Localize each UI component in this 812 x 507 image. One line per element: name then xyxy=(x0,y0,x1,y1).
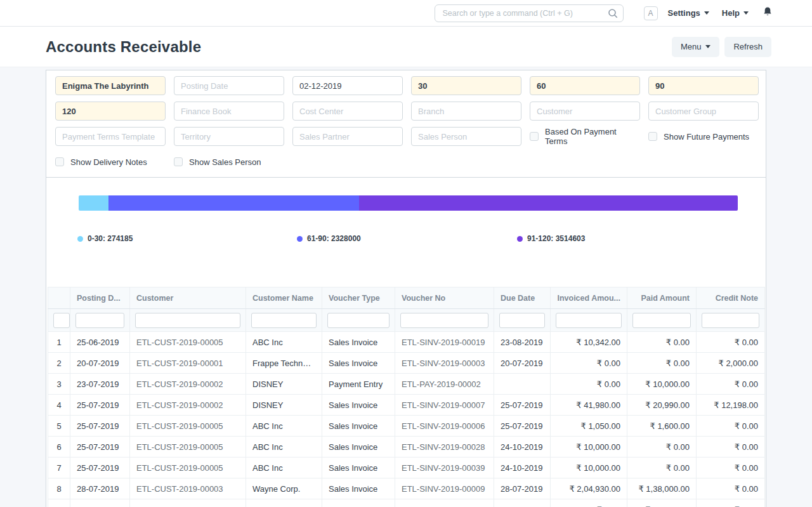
customer-filter-input[interactable] xyxy=(530,102,640,121)
show-sales-person-checkbox[interactable] xyxy=(174,157,183,166)
help-menu[interactable]: Help xyxy=(722,8,749,18)
company-filter-input[interactable] xyxy=(55,76,166,95)
ageing-range-2-filter-input[interactable] xyxy=(530,76,640,95)
col-voucher-no-cell[interactable]: ETL-PAY-2019-00001 xyxy=(395,499,494,507)
ageing-range-1-filter-input[interactable] xyxy=(411,76,521,95)
legend-item-61-90: 61-90: 2328000 xyxy=(297,234,361,243)
col-voucher-type-header[interactable]: Voucher Type xyxy=(322,287,395,309)
col-voucher-type-column-filter[interactable] xyxy=(327,313,390,328)
col-customer-name-cell: ABC Inc xyxy=(246,437,322,458)
col-voucher-no-cell[interactable]: ETL-SINV-2019-00019 xyxy=(395,332,494,353)
col-voucher-type-filter-cell xyxy=(322,309,395,332)
payment-terms-template-filter-input[interactable] xyxy=(55,127,166,146)
table-row[interactable]: 525-07-2019ETL-CUST-2019-00005ABC IncSal… xyxy=(48,416,765,437)
col-customer-cell[interactable]: ETL-CUST-2019-00003 xyxy=(130,478,246,499)
col-voucher-no-header[interactable]: Voucher No xyxy=(395,287,494,309)
col-invoiced-amount-cell: ₹ 10,000.00 xyxy=(551,458,627,478)
show-future-payments-checkbox[interactable] xyxy=(648,132,657,141)
menu-button[interactable]: Menu xyxy=(672,37,720,57)
chart-legend: 0-30: 27418561-90: 232800091-120: 351460… xyxy=(46,234,766,244)
col-voucher-type-cell: Sales Invoice xyxy=(322,353,395,374)
col-paid-amount-cell: ₹ 0.00 xyxy=(627,332,697,353)
top-navbar: A Settings Help xyxy=(0,0,812,27)
col-customer-name-column-filter[interactable] xyxy=(251,313,317,328)
settings-menu[interactable]: Settings xyxy=(668,8,709,18)
col-invoiced-amount-header[interactable]: Invoiced Amou... xyxy=(551,287,627,309)
col-posting-date-column-filter[interactable] xyxy=(75,313,124,328)
ageing-range-4-filter-input[interactable] xyxy=(55,102,166,121)
col-due-date-header[interactable]: Due Date xyxy=(494,287,551,309)
search-icon[interactable] xyxy=(608,8,618,21)
col-paid-amount-header[interactable]: Paid Amount xyxy=(627,287,697,309)
legend-dot-icon xyxy=(297,236,303,242)
bar-segment-91-120[interactable] xyxy=(359,195,738,211)
col-invoiced-amount-cell: ₹ 41,980.00 xyxy=(551,395,627,416)
col-customer-cell[interactable]: ETL-CUST-2019-00005 xyxy=(130,458,246,478)
col-posting-date-cell: 28-07-2019 xyxy=(70,499,130,507)
col-voucher-no-cell[interactable]: ETL-SINV-2019-00003 xyxy=(395,353,494,374)
col-credit-note-cell: ₹ 0.00 xyxy=(697,332,765,353)
table-row[interactable]: 928-07-2019ETL-CUST-2019-00003Wayne Corp… xyxy=(48,499,765,507)
col-posting-date-cell: 25-07-2019 xyxy=(70,437,130,458)
col-rownum-column-filter[interactable] xyxy=(53,313,70,328)
show-delivery-notes-checkbox[interactable] xyxy=(55,157,64,166)
ageing-range-3-filter-input[interactable] xyxy=(648,76,759,95)
col-posting-date-header[interactable]: Posting D... xyxy=(70,287,130,309)
based-on-payment-terms-checkbox-field: Based On Payment Terms xyxy=(530,127,640,146)
col-customer-cell[interactable]: ETL-CUST-2019-00002 xyxy=(130,374,246,395)
territory-filter-input[interactable] xyxy=(174,127,284,146)
col-invoiced-amount-column-filter[interactable] xyxy=(556,313,622,328)
table-header-row: Posting D...CustomerCustomer NameVoucher… xyxy=(48,287,765,309)
bar-segment-0-30[interactable] xyxy=(79,195,108,211)
table-row[interactable]: 323-07-2019ETL-CUST-2019-00002DISNEYPaym… xyxy=(48,374,765,395)
col-voucher-no-column-filter[interactable] xyxy=(400,313,488,328)
col-customer-column-filter[interactable] xyxy=(135,313,240,328)
col-paid-amount-column-filter[interactable] xyxy=(632,313,691,328)
table-row[interactable]: 220-07-2019ETL-CUST-2019-00001Frappe Tec… xyxy=(48,353,765,374)
branch-filter-input[interactable] xyxy=(411,102,521,121)
table-row[interactable]: 828-07-2019ETL-CUST-2019-00003Wayne Corp… xyxy=(48,478,765,499)
col-posting-date-cell: 25-06-2019 xyxy=(70,332,130,353)
col-rownum-header[interactable] xyxy=(48,287,70,309)
table-row[interactable]: 625-07-2019ETL-CUST-2019-00005ABC IncSal… xyxy=(48,437,765,458)
col-voucher-type-cell: Sales Invoice xyxy=(322,437,395,458)
notifications-bell-icon[interactable] xyxy=(763,6,773,20)
global-search xyxy=(435,4,624,22)
col-credit-note-column-filter[interactable] xyxy=(702,313,759,328)
sales-person-filter-input[interactable] xyxy=(411,127,521,146)
table-row[interactable]: 725-07-2019ETL-CUST-2019-00005ABC IncSal… xyxy=(48,458,765,478)
col-due-date-column-filter[interactable] xyxy=(499,313,545,328)
col-voucher-no-cell[interactable]: ETL-SINV-2019-00006 xyxy=(395,416,494,437)
col-voucher-no-cell[interactable]: ETL-SINV-2019-00039 xyxy=(395,458,494,478)
col-due-date-cell: 20-07-2019 xyxy=(494,353,551,374)
col-customer-cell[interactable]: ETL-CUST-2019-00003 xyxy=(130,499,246,507)
avatar[interactable]: A xyxy=(644,6,658,20)
col-voucher-no-cell[interactable]: ETL-SINV-2019-00028 xyxy=(395,437,494,458)
col-customer-cell[interactable]: ETL-CUST-2019-00005 xyxy=(130,437,246,458)
col-customer-cell[interactable]: ETL-CUST-2019-00001 xyxy=(130,353,246,374)
col-customer-header[interactable]: Customer xyxy=(130,287,246,309)
cost-center-filter-input[interactable] xyxy=(292,102,403,121)
col-voucher-no-cell[interactable]: ETL-SINV-2019-00009 xyxy=(395,478,494,499)
based-on-payment-terms-checkbox[interactable] xyxy=(530,132,539,141)
table-row[interactable]: 125-06-2019ETL-CUST-2019-00005ABC IncSal… xyxy=(48,332,765,353)
col-customer-cell[interactable]: ETL-CUST-2019-00005 xyxy=(130,416,246,437)
table-row[interactable]: 425-07-2019ETL-CUST-2019-00002DISNEYSale… xyxy=(48,395,765,416)
sales-partner-filter-input[interactable] xyxy=(292,127,403,146)
refresh-button[interactable]: Refresh xyxy=(724,37,771,57)
col-customer-name-header[interactable]: Customer Name xyxy=(246,287,322,309)
search-input[interactable] xyxy=(435,4,624,22)
col-voucher-no-cell[interactable]: ETL-SINV-2019-00007 xyxy=(395,395,494,416)
customer-group-filter-input[interactable] xyxy=(648,102,759,121)
col-credit-note-header[interactable]: Credit Note xyxy=(697,287,765,309)
col-due-date-cell: 28-07-2019 xyxy=(494,478,551,499)
col-customer-cell[interactable]: ETL-CUST-2019-00005 xyxy=(130,332,246,353)
finance-book-filter-input[interactable] xyxy=(174,102,284,121)
col-voucher-no-cell[interactable]: ETL-PAY-2019-00002 xyxy=(395,374,494,395)
percentage-bar xyxy=(79,195,738,211)
col-customer-cell[interactable]: ETL-CUST-2019-00002 xyxy=(130,395,246,416)
col-customer-name-cell: Wayne Corp. xyxy=(246,499,322,507)
posting-date-filter-input[interactable] xyxy=(174,76,284,95)
bar-segment-61-90[interactable] xyxy=(108,195,359,211)
report-date-filter-input[interactable] xyxy=(292,76,403,95)
